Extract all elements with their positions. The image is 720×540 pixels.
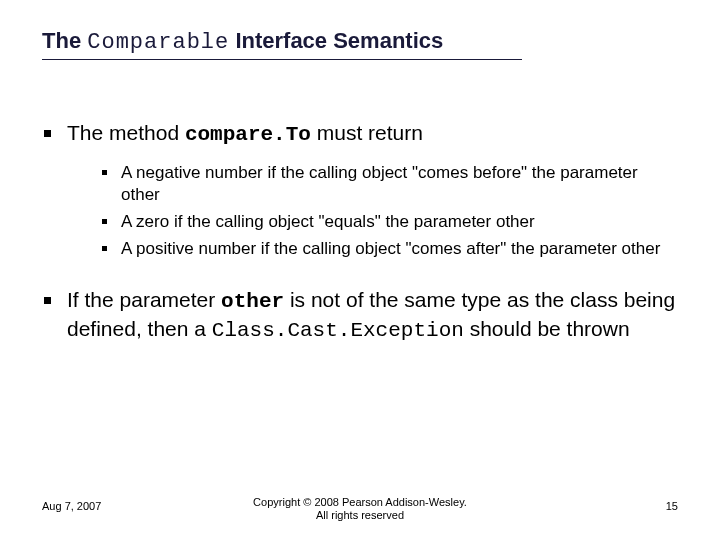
title-pre: The bbox=[42, 28, 87, 53]
bullet-icon bbox=[102, 246, 107, 251]
bullet-2-post2: should be thrown bbox=[464, 317, 630, 340]
bullet-1-sublist: A negative number if the calling object … bbox=[102, 162, 678, 259]
sub-bullet: A positive number if the calling object … bbox=[102, 238, 678, 259]
footer-copyright: Copyright © 2008 Pearson Addison-Wesley.… bbox=[42, 496, 678, 522]
title-post: Interface Semantics bbox=[229, 28, 443, 53]
title-mono: Comparable bbox=[87, 30, 229, 55]
bullet-2-text: If the parameter other is not of the sam… bbox=[67, 287, 678, 344]
sub-bullet-text: A negative number if the calling object … bbox=[121, 162, 678, 205]
bullet-icon bbox=[44, 297, 51, 304]
sub-bullet: A zero if the calling object "equals" th… bbox=[102, 211, 678, 232]
slide-content: The method compare.To must return A nega… bbox=[42, 120, 678, 344]
bullet-2: If the parameter other is not of the sam… bbox=[44, 287, 678, 344]
copyright-line1: Copyright © 2008 Pearson Addison-Wesley. bbox=[253, 496, 467, 508]
bullet-1-pre: The method bbox=[67, 121, 185, 144]
bullet-1: The method compare.To must return bbox=[44, 120, 678, 148]
bullet-icon bbox=[44, 130, 51, 137]
bullet-2-mono2: Class.Cast.Exception bbox=[212, 319, 464, 342]
sub-bullet: A negative number if the calling object … bbox=[102, 162, 678, 205]
slide-title: The Comparable Interface Semantics bbox=[42, 28, 522, 60]
bullet-2-mono: other bbox=[221, 290, 284, 313]
bullet-icon bbox=[102, 219, 107, 224]
slide: The Comparable Interface Semantics The m… bbox=[0, 0, 720, 540]
sub-bullet-text: A zero if the calling object "equals" th… bbox=[121, 211, 535, 232]
bullet-1-text: The method compare.To must return bbox=[67, 120, 423, 148]
bullet-1-post: must return bbox=[311, 121, 423, 144]
bullet-icon bbox=[102, 170, 107, 175]
sub-bullet-text: A positive number if the calling object … bbox=[121, 238, 660, 259]
copyright-line2: All rights reserved bbox=[316, 509, 404, 521]
bullet-1-mono: compare.To bbox=[185, 123, 311, 146]
footer-page-number: 15 bbox=[666, 500, 678, 512]
bullet-2-pre: If the parameter bbox=[67, 288, 221, 311]
